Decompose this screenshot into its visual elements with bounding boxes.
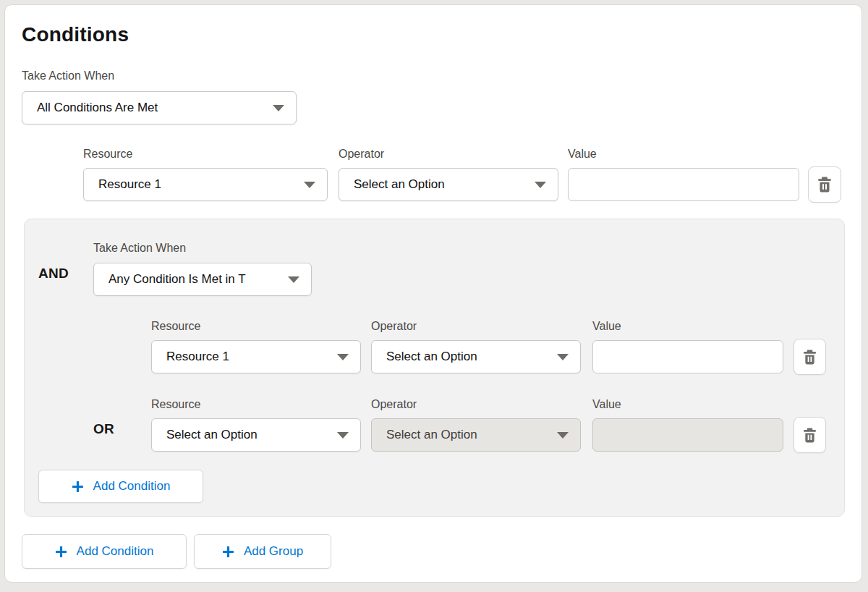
group-add-condition-label: Add Condition [93, 479, 171, 494]
root-delete-condition-button[interactable] [808, 166, 841, 203]
take-action-when-select[interactable]: All Conditions Are Met [22, 91, 297, 124]
chevron-down-icon [557, 354, 569, 360]
chevron-down-icon [273, 105, 284, 111]
chevron-down-icon [535, 182, 546, 188]
group-logic-and: AND [38, 266, 69, 282]
trash-icon [803, 428, 817, 443]
group-add-condition-button[interactable]: Add Condition [38, 470, 203, 503]
resource-label: Resource [151, 320, 200, 333]
root-value-input[interactable] [568, 168, 799, 201]
group-logic-or: OR [93, 421, 114, 437]
group-condition-1-value-input[interactable] [592, 340, 783, 373]
operator-label: Operator [371, 398, 417, 411]
condition-group: AND Take Action When Any Condition Is Me… [24, 219, 845, 517]
resource-label: Resource [83, 148, 132, 161]
plus-icon [55, 546, 67, 558]
group-condition-2-value-input [592, 418, 783, 452]
take-action-when-label: Take Action When [22, 69, 114, 83]
group-condition-2-resource-select[interactable]: Select an Option [151, 418, 361, 452]
group-condition-2-operator-select: Select an Option [371, 418, 581, 452]
root-operator-select[interactable]: Select an Option [339, 168, 558, 201]
group-condition-2-resource-value: Select an Option [166, 428, 258, 442]
group-take-action-when-select[interactable]: Any Condition Is Met in T [93, 263, 312, 296]
group-condition-2-operator-value: Select an Option [386, 428, 477, 442]
chevron-down-icon [337, 354, 349, 360]
value-label: Value [568, 148, 597, 161]
chevron-down-icon [304, 182, 315, 188]
add-group-label: Add Group [244, 544, 303, 559]
add-condition-label: Add Condition [77, 544, 154, 559]
page-title: Conditions [22, 23, 129, 46]
add-condition-button[interactable]: Add Condition [22, 534, 187, 569]
value-label: Value [592, 398, 621, 411]
group-condition-2-delete-button[interactable] [793, 417, 826, 453]
page-background: { "page": { "title": "Conditions" }, "co… [0, 0, 868, 592]
trash-icon [817, 177, 832, 193]
plus-icon [72, 481, 84, 493]
group-condition-1-operator-select[interactable]: Select an Option [371, 340, 581, 373]
group-condition-1-resource-value: Resource 1 [166, 350, 229, 364]
group-condition-1-delete-button[interactable] [793, 339, 826, 375]
root-resource-select[interactable]: Resource 1 [83, 168, 328, 201]
group-take-action-when-value: Any Condition Is Met in T [109, 272, 246, 287]
group-take-action-when-label: Take Action When [93, 242, 186, 255]
chevron-down-icon [337, 432, 349, 439]
trash-icon [803, 350, 817, 365]
resource-label: Resource [151, 398, 200, 411]
root-resource-value: Resource 1 [98, 177, 161, 192]
operator-label: Operator [339, 148, 384, 161]
group-condition-1-operator-value: Select an Option [386, 350, 477, 364]
group-condition-1-resource-select[interactable]: Resource 1 [151, 340, 361, 373]
chevron-down-icon [557, 432, 569, 439]
root-operator-value: Select an Option [354, 177, 445, 192]
chevron-down-icon [288, 276, 299, 283]
operator-label: Operator [371, 320, 417, 333]
plus-icon [222, 546, 234, 558]
take-action-when-value: All Conditions Are Met [37, 101, 158, 115]
add-group-button[interactable]: Add Group [194, 534, 331, 569]
value-label: Value [592, 320, 621, 333]
